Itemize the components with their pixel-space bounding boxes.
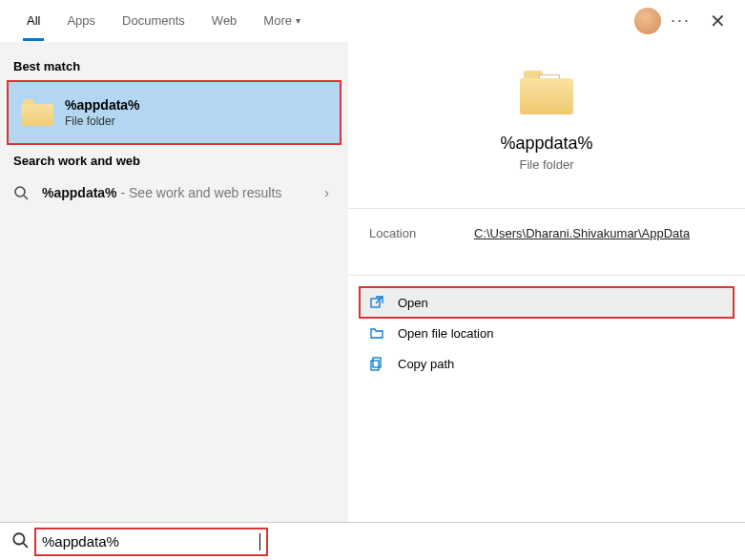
open-icon [369,295,384,310]
best-match-sub: File folder [65,114,140,128]
search-bar [0,522,745,560]
search-web-result[interactable]: %appdata% - See work and web results › [0,176,348,210]
location-label: Location [369,226,474,240]
avatar[interactable] [634,8,661,34]
tab-more[interactable]: More ▾ [250,0,314,41]
search-work-web-heading: Search work and web [0,144,348,176]
folder-icon [520,71,573,114]
open-file-location-action[interactable]: Open file location [360,318,734,348]
svg-line-6 [23,543,28,548]
close-button[interactable]: ✕ [704,10,732,32]
search-web-suffix: - See work and web results [117,185,282,200]
svg-line-1 [24,196,28,199]
tab-more-label: More [263,13,292,28]
tab-all[interactable]: All [13,0,53,41]
svg-rect-2 [371,299,380,307]
search-icon [11,531,29,552]
location-row: Location C:\Users\Dharani.Shivakumar\App… [348,209,745,258]
best-match-heading: Best match [0,50,348,81]
best-match-title: %appdata% [65,97,140,113]
svg-rect-3 [373,358,381,367]
svg-point-0 [15,187,25,197]
best-match-result[interactable]: %appdata% File folder [8,81,341,144]
copy-path-action[interactable]: Copy path [360,348,734,379]
tab-apps[interactable]: Apps [53,0,109,41]
open-label: Open [398,296,428,310]
copy-path-label: Copy path [398,357,454,371]
preview-title: %appdata% [500,134,592,154]
tab-web[interactable]: Web [198,0,251,41]
svg-point-5 [13,533,24,544]
chevron-down-icon: ▾ [296,15,300,26]
svg-rect-4 [371,361,379,370]
location-path[interactable]: C:\Users\Dharani.Shivakumar\AppData [474,226,690,240]
search-icon [13,185,29,200]
text-caret [259,533,260,550]
folder-open-icon [369,325,384,341]
top-tabs: All Apps Documents Web More ▾ ··· ✕ [0,0,745,42]
open-file-location-label: Open file location [398,326,493,341]
results-panel: Best match %appdata% File folder Search … [0,42,348,522]
open-action[interactable]: Open [360,287,734,318]
tab-documents[interactable]: Documents [109,0,198,41]
search-input[interactable] [42,533,261,550]
search-input-wrap[interactable] [36,529,266,554]
folder-icon [21,99,53,126]
chevron-right-icon: › [324,185,329,200]
more-options-button[interactable]: ··· [671,10,691,31]
copy-icon [369,356,384,371]
search-web-query: %appdata% [42,185,117,200]
preview-panel: %appdata% File folder Location C:\Users\… [348,42,745,522]
preview-sub: File folder [519,157,573,172]
